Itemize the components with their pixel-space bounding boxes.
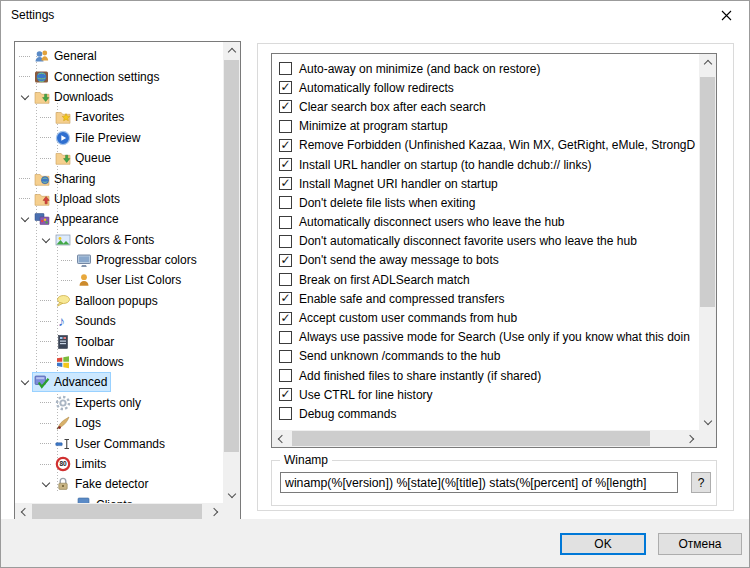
winamp-format-input[interactable] [280, 472, 678, 493]
tree-vscroll-thumb[interactable] [224, 60, 239, 452]
tree-item-label: Toolbar [75, 335, 114, 349]
checkbox-checked-icon[interactable] [279, 312, 292, 325]
option-accept-custom-user-commands-from-hub[interactable]: Accept custom user commands from hub [279, 308, 699, 327]
advanced-icon [34, 374, 50, 390]
scroll-left-icon[interactable] [272, 430, 289, 447]
tree-item-toolbar[interactable]: Toolbar [15, 331, 223, 351]
windows-icon [55, 354, 71, 370]
expander-chevron-down-icon[interactable] [38, 238, 53, 242]
checkbox-checked-icon[interactable] [279, 139, 292, 152]
tree-item-colors-fonts[interactable]: Colors & Fonts [15, 230, 223, 250]
options-hscroll-thumb[interactable] [292, 431, 650, 446]
checkbox-unchecked-icon[interactable] [279, 273, 292, 286]
options-horizontal-scrollbar[interactable] [272, 430, 699, 447]
tree-item-main: Advanced [32, 372, 111, 392]
option-debug-commands[interactable]: Debug commands [279, 404, 699, 423]
tree-item-balloon-popups[interactable]: Balloon popups [15, 291, 223, 311]
option-install-magnet-uri-handler-on-startup[interactable]: Install Magnet URI handler on startup [279, 174, 699, 193]
option-use-ctrl-for-line-history[interactable]: Use CTRL for line history [279, 385, 699, 404]
tree-item-label: Upload slots [54, 192, 120, 206]
tree-vertical-scrollbar[interactable] [223, 42, 240, 503]
tree-item-progressbar-colors[interactable]: Progressbar colors [15, 250, 223, 270]
option-remove-forbidden-unfinished-kazaa-win-mx[interactable]: Remove Forbidden (Unfinished Kazaa, Win … [279, 136, 699, 155]
scroll-down-icon[interactable] [699, 413, 716, 430]
expander-chevron-down-icon[interactable] [17, 95, 32, 99]
winamp-group-label: Winamp [280, 453, 332, 467]
ok-button[interactable]: OK [560, 533, 646, 555]
toolbar-icon [55, 334, 71, 350]
scroll-down-icon[interactable] [223, 486, 240, 503]
tree-connector-line [38, 341, 53, 342]
tree-item-fake-detector[interactable]: Fake detector [15, 474, 223, 494]
checkbox-unchecked-icon[interactable] [279, 235, 292, 248]
tree-item-advanced[interactable]: Advanced [15, 372, 223, 392]
cancel-button[interactable]: Отмена [658, 533, 742, 555]
options-vertical-scrollbar[interactable] [699, 54, 716, 430]
tree-item-sharing[interactable]: Sharing [15, 168, 223, 188]
option-add-finished-files-to-share-instantly-if[interactable]: Add finished files to share instantly (i… [279, 366, 699, 385]
tree-item-file-preview[interactable]: File Preview [15, 128, 223, 148]
checkbox-checked-icon[interactable] [279, 254, 292, 267]
fake-detector-icon [55, 476, 71, 492]
checkbox-unchecked-icon[interactable] [279, 216, 292, 229]
checkbox-unchecked-icon[interactable] [279, 196, 292, 209]
options-rows: Auto-away on minimize (and back on resto… [272, 54, 699, 430]
option-enable-safe-and-compressed-transfers[interactable]: Enable safe and compressed transfers [279, 289, 699, 308]
tree-item-appearance[interactable]: Appearance [15, 209, 223, 229]
checkbox-unchecked-icon[interactable] [279, 62, 292, 75]
scroll-right-icon[interactable] [682, 430, 699, 447]
checkbox-checked-icon[interactable] [279, 177, 292, 190]
tree-item-favorites[interactable]: Favorites [15, 107, 223, 127]
tree-item-queue[interactable]: Queue [15, 148, 223, 168]
checkbox-checked-icon[interactable] [279, 158, 292, 171]
tree-item-downloads[interactable]: Downloads [15, 87, 223, 107]
option-clear-search-box-after-each-search[interactable]: Clear search box after each search [279, 97, 699, 116]
tree-item-windows[interactable]: Windows [15, 352, 223, 372]
scroll-left-icon[interactable] [15, 503, 32, 520]
tree-item-sounds[interactable]: ♪Sounds [15, 311, 223, 331]
winamp-help-button[interactable]: ? [691, 472, 711, 493]
tree-item-limits[interactable]: 80Limits [15, 454, 223, 474]
tree-horizontal-scrollbar[interactable] [15, 503, 223, 520]
expander-chevron-down-icon[interactable] [17, 217, 32, 221]
expander-chevron-down-icon[interactable] [38, 482, 53, 486]
tree-item-user-commands[interactable]: User Commands [15, 433, 223, 453]
checkbox-checked-icon[interactable] [279, 100, 292, 113]
close-button[interactable] [704, 1, 749, 31]
tree-item-clients[interactable]: Clients [15, 495, 223, 503]
tree-item-experts-only[interactable]: Experts only [15, 393, 223, 413]
user-commands-icon [55, 436, 71, 452]
checkbox-unchecked-icon[interactable] [279, 407, 292, 420]
tree-item-logs[interactable]: Logs [15, 413, 223, 433]
tree-item-upload-slots[interactable]: Upload slots [15, 189, 223, 209]
tree-connector-line [38, 362, 53, 363]
expander-chevron-down-icon[interactable] [17, 380, 32, 384]
tree-item-connection-settings[interactable]: Connection settings [15, 66, 223, 86]
checkbox-unchecked-icon[interactable] [279, 120, 292, 133]
tree-hscroll-thumb[interactable] [32, 504, 202, 519]
scroll-up-icon[interactable] [223, 42, 240, 59]
checkbox-unchecked-icon[interactable] [279, 350, 292, 363]
option-install-url-handler-on-startup-to-handle[interactable]: Install URL handler on startup (to handl… [279, 155, 699, 174]
tree-item-user-list-colors[interactable]: User List Colors [15, 270, 223, 290]
option-send-unknown-commands-to-the-hub[interactable]: Send unknown /commands to the hub [279, 347, 699, 366]
tree-item-main: Windows [53, 352, 128, 372]
checkbox-unchecked-icon[interactable] [279, 331, 292, 344]
option-don-t-delete-file-lists-when-exiting[interactable]: Don't delete file lists when exiting [279, 193, 699, 212]
option-minimize-at-program-startup[interactable]: Minimize at program startup [279, 117, 699, 136]
scroll-up-icon[interactable] [699, 54, 716, 71]
checkbox-unchecked-icon[interactable] [279, 369, 292, 382]
options-vscroll-thumb[interactable] [700, 77, 715, 307]
checkbox-checked-icon[interactable] [279, 292, 292, 305]
checkbox-checked-icon[interactable] [279, 81, 292, 94]
option-automatically-disconnect-users-who-leave[interactable]: Automatically disconnect users who leave… [279, 213, 699, 232]
tree-item-general[interactable]: General [15, 46, 223, 66]
option-break-on-first-adlsearch-match[interactable]: Break on first ADLSearch match [279, 270, 699, 289]
option-don-t-send-the-away-message-to-bots[interactable]: Don't send the away message to bots [279, 251, 699, 270]
option-automatically-follow-redirects[interactable]: Automatically follow redirects [279, 78, 699, 97]
option-don-t-automatically-disconnect-favorite-[interactable]: Don't automatically disconnect favorite … [279, 232, 699, 251]
option-always-use-passive-mode-for-search-use-o[interactable]: Always use passive mode for Search (Use … [279, 328, 699, 347]
checkbox-checked-icon[interactable] [279, 388, 292, 401]
option-auto-away-on-minimize-and-back-on-restor[interactable]: Auto-away on minimize (and back on resto… [279, 59, 699, 78]
scroll-right-icon[interactable] [206, 503, 223, 520]
